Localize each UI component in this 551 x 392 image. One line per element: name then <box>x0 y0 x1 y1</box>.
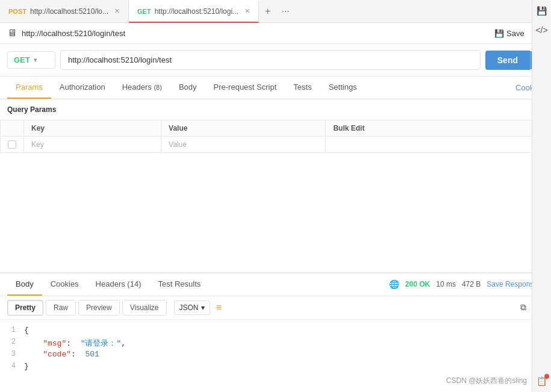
resp-headers-badge: (14) <box>127 279 141 288</box>
line-content-3: "code": 501 <box>24 350 551 359</box>
params-value-cell[interactable]: Value <box>161 137 326 153</box>
request-tabs: Params Authorization Headers (8) Body Pr… <box>0 76 551 99</box>
url-input[interactable] <box>60 50 481 70</box>
response-section: Body Cookies Headers (14) Test Results 🌐… <box>0 272 551 393</box>
resp-tab-headers[interactable]: Headers (14) <box>87 273 150 296</box>
get-method-label: GET <box>137 8 151 15</box>
get-tab-close[interactable]: ✕ <box>244 7 250 15</box>
save-label: Save <box>506 29 525 38</box>
params-col-key: Key <box>24 120 161 137</box>
post-tab-url: http://localhost:5210/lo... <box>30 7 108 16</box>
resp-tab-test-results[interactable]: Test Results <box>149 273 209 296</box>
request-controls: GET ▾ Send ▾ <box>0 44 551 76</box>
globe-icon: 🌐 <box>389 279 399 289</box>
tab-pre-request[interactable]: Pre-request Script <box>205 76 285 99</box>
params-col-check <box>1 120 24 137</box>
response-size: 472 B <box>462 280 481 288</box>
tab-authorization[interactable]: Authorization <box>51 76 114 99</box>
view-visualize-button[interactable]: Visualize <box>122 300 167 316</box>
code-line-1: 1 { <box>0 326 551 338</box>
format-select[interactable]: JSON ▾ <box>174 300 210 315</box>
params-checkbox[interactable] <box>8 140 16 149</box>
response-toolbar: Pretty Raw Preview Visualize JSON ▾ ≡ ⧉ … <box>0 296 551 320</box>
params-row-empty: Key Value <box>1 137 551 153</box>
request-spacer <box>0 153 551 272</box>
tab-headers[interactable]: Headers (8) <box>114 76 170 99</box>
sidebar: 💾 </> 📋 <box>532 0 551 392</box>
view-preview-button[interactable]: Preview <box>78 300 120 316</box>
query-params-title: Query Params <box>0 99 551 120</box>
method-arrow-icon: ▾ <box>34 57 37 63</box>
save-response-label: Save Response <box>487 280 538 288</box>
post-tab-close[interactable]: ✕ <box>114 7 120 15</box>
post-tab[interactable]: POST http://localhost:5210/lo... ✕ <box>0 0 129 23</box>
response-time: 10 ms <box>436 280 456 288</box>
watermark: CSDN @妖妖西巷的sling <box>446 376 527 386</box>
save-button[interactable]: 💾 Save <box>494 29 525 38</box>
line-num-3: 3 <box>0 350 24 358</box>
line-content-2: "msg": "请登录：", <box>24 338 551 349</box>
view-pretty-button[interactable]: Pretty <box>7 300 43 316</box>
address-icon: 🖥 <box>7 28 17 39</box>
line-num-1: 1 <box>0 326 24 334</box>
resp-tab-cookies[interactable]: Cookies <box>42 273 87 296</box>
line-content-4: } <box>24 362 551 371</box>
line-content-1: { <box>24 326 551 335</box>
tab-params[interactable]: Params <box>7 76 51 99</box>
params-bulk-cell <box>326 137 551 153</box>
sidebar-icon-save[interactable]: 💾 <box>536 5 548 17</box>
line-num-4: 4 <box>0 362 24 370</box>
sidebar-icon-code[interactable]: </> <box>536 24 548 36</box>
method-select[interactable]: GET ▾ <box>7 51 55 69</box>
code-line-4: 4 } <box>0 362 551 374</box>
tab-tests[interactable]: Tests <box>285 76 320 99</box>
get-tab[interactable]: GET http://localhost:5210/logi... ✕ <box>129 0 259 23</box>
more-tabs-button[interactable]: ··· <box>276 6 294 17</box>
params-table: Key Value Bulk Edit Key Value <box>0 120 551 153</box>
add-tab-button[interactable]: + <box>259 6 276 17</box>
method-value: GET <box>14 55 30 64</box>
tab-body[interactable]: Body <box>170 76 205 99</box>
format-arrow-icon: ▾ <box>201 303 205 312</box>
send-button[interactable]: Send <box>485 51 530 70</box>
query-params-section: Query Params Key Value Bulk Edit Key Val… <box>0 99 551 153</box>
tab-settings[interactable]: Settings <box>320 76 366 99</box>
save-icon: 💾 <box>494 29 504 38</box>
headers-badge: (8) <box>154 84 161 91</box>
get-tab-url: http://localhost:5210/logi... <box>155 7 238 16</box>
code-line-2: 2 "msg": "请登录：", <box>0 338 551 350</box>
resp-tab-body[interactable]: Body <box>7 273 42 296</box>
filter-icon[interactable]: ≡ <box>216 302 222 313</box>
sidebar-icon-history[interactable]: 📋 <box>536 375 548 387</box>
view-raw-button[interactable]: Raw <box>46 300 76 316</box>
response-status-bar: 🌐 200 OK 10 ms 472 B Save Response ▾ <box>389 279 544 289</box>
post-method-label: POST <box>8 8 26 15</box>
params-key-cell[interactable]: Key <box>24 137 161 153</box>
address-bar: 🖥 http://localhost:5210/login/test 💾 Sav… <box>0 23 551 44</box>
params-col-value: Value <box>161 120 326 137</box>
line-num-2: 2 <box>0 338 24 346</box>
tab-bar: POST http://localhost:5210/lo... ✕ GET h… <box>0 0 551 23</box>
code-line-3: 3 "code": 501 <box>0 350 551 362</box>
status-code: 200 OK <box>405 280 430 288</box>
copy-icon[interactable]: ⧉ <box>520 302 526 313</box>
params-col-bulk[interactable]: Bulk Edit <box>326 120 551 137</box>
format-value: JSON <box>179 303 199 312</box>
address-url: http://localhost:5210/login/test <box>22 29 490 38</box>
response-tabs: Body Cookies Headers (14) Test Results 🌐… <box>0 273 551 296</box>
params-checkbox-cell <box>1 137 24 153</box>
